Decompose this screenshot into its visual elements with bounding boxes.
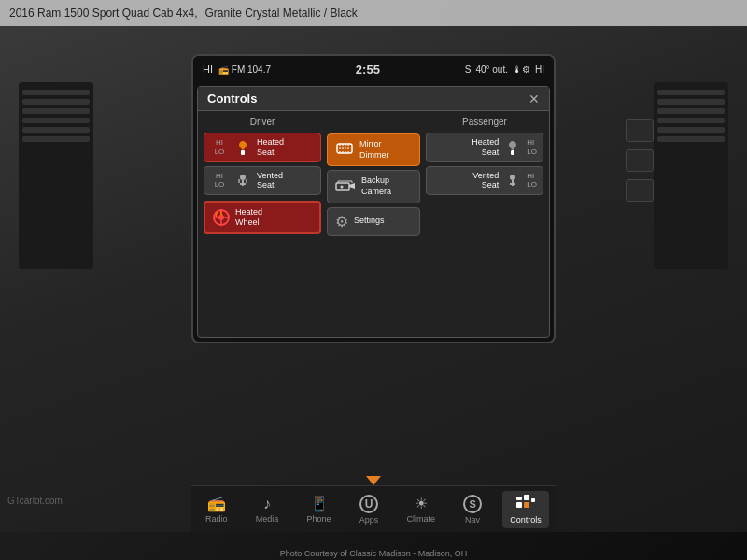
side-button[interactable] [626, 179, 654, 202]
nav-nav-label: Nav [465, 515, 480, 525]
hi-lo-driver-heated: HI LO [210, 138, 229, 156]
nav-climate-label: Climate [406, 514, 435, 524]
settings-icon: ⚙ [335, 213, 348, 231]
heated-wheel-icon [211, 208, 232, 227]
nav-media-label: Media [256, 514, 279, 524]
heated-seat-driver-label: Heated Seat [257, 137, 284, 158]
climate-icon: ☀ [415, 495, 428, 512]
side-button[interactable] [626, 119, 654, 142]
backup-camera-button[interactable]: Backup Camera [327, 170, 420, 203]
vent-slot [657, 99, 725, 105]
middle-column: Mirror Dimmer [327, 117, 420, 326]
mirror-dimmer-button[interactable]: Mirror Dimmer [327, 133, 420, 166]
dashboard: HI 📻 FM 104.7 2:55 S 40° out. 🌡⚙ HI [0, 26, 747, 532]
vented-seat-passenger-button[interactable]: Vented Seat HI [426, 166, 543, 196]
svg-rect-26 [516, 497, 522, 500]
vent-slot [657, 136, 725, 142]
nav-bar: 📻 Radio ♪ Media 📱 Phone U Apps ☀ Climate… [191, 485, 556, 532]
vented-seat-driver-label: Vented Seat [257, 171, 283, 191]
controls-title: Controls [207, 91, 257, 105]
nav-item-phone[interactable]: 📱 Phone [300, 491, 339, 527]
nav-icon-s: S [463, 495, 482, 513]
vented-seat-passenger-label: Vented Seat [472, 171, 499, 191]
vented-seat-driver-button[interactable]: HI LO [204, 166, 321, 196]
controls-body: Driver HI LO [198, 111, 549, 331]
side-button[interactable] [626, 149, 654, 172]
heated-seat-passenger-button[interactable]: Heated Seat HI LO [426, 133, 543, 162]
vent-slot [657, 108, 725, 114]
vehicle-color: Granite Crystal Metallic / Black [204, 7, 357, 20]
status-temp: 40° out. [475, 64, 508, 75]
vent-slot [22, 136, 90, 142]
nav-item-media[interactable]: ♪ Media [248, 492, 287, 527]
svg-rect-0 [241, 150, 245, 155]
nav-item-climate[interactable]: ☀ Climate [399, 491, 443, 527]
backup-camera-icon [335, 179, 356, 195]
svg-point-1 [240, 175, 246, 180]
nav-item-radio[interactable]: 📻 Radio [198, 491, 235, 527]
controls-icon [516, 495, 535, 513]
vent-slot [657, 118, 725, 123]
photo-background: 2016 Ram 1500 Sport Quad Cab 4x4, Granit… [0, 0, 747, 560]
close-button[interactable]: ✕ [529, 92, 540, 105]
controls-header: Controls ✕ [198, 87, 549, 111]
vented-seat-passenger-icon [502, 172, 523, 189]
nav-item-apps[interactable]: U Apps [352, 491, 387, 528]
mirror-dimmer-icon [335, 142, 354, 158]
vent-slot [657, 127, 725, 133]
settings-label: Settings [354, 216, 385, 227]
heated-wheel-button[interactable]: Heated Wheel [204, 201, 321, 234]
mirror-dimmer-label: Mirror Dimmer [359, 139, 389, 161]
heated-seat-passenger-label: Heated Seat [472, 137, 499, 158]
right-vent [654, 82, 728, 269]
backup-camera-label: Backup Camera [361, 175, 391, 197]
status-hi-label: HI [203, 63, 213, 75]
vent-slot [22, 90, 90, 95]
svg-rect-29 [524, 502, 529, 508]
nav-phone-label: Phone [307, 514, 331, 524]
status-right: S 40° out. 🌡⚙ HI [465, 64, 544, 75]
status-time: 2:55 [356, 63, 380, 77]
heated-wheel-label: Heated Wheel [235, 207, 262, 228]
hi-lo-passenger-heated: HI LO [527, 138, 537, 156]
svg-rect-28 [516, 502, 522, 508]
settings-button[interactable]: ⚙ Settings [327, 207, 420, 236]
controls-panel: Controls ✕ Driver HI LO [197, 86, 550, 338]
driver-column: Driver HI LO [204, 117, 321, 326]
status-left: HI 📻 FM 104.7 [203, 63, 271, 75]
heated-seat-driver-icon [233, 139, 253, 156]
status-bar: HI 📻 FM 104.7 2:55 S 40° out. 🌡⚙ HI [193, 56, 554, 82]
heated-seat-passenger-icon [502, 139, 523, 156]
nav-item-controls[interactable]: Controls [502, 491, 549, 528]
heated-seat-driver-button[interactable]: HI LO Heated Seat [204, 133, 321, 162]
media-icon: ♪ [263, 496, 271, 512]
photo-caption: Photo Courtesy of Classic Madison - Madi… [0, 549, 747, 558]
svg-point-18 [341, 185, 344, 188]
driver-label: Driver [204, 117, 321, 127]
vent-slot [657, 90, 725, 95]
vent-slot [22, 99, 90, 105]
nav-controls-label: Controls [510, 515, 542, 525]
nav-apps-label: Apps [359, 515, 379, 525]
nav-radio-label: Radio [205, 514, 228, 524]
apps-icon: U [359, 495, 378, 513]
hi-lo-driver-vented: HI LO [210, 172, 229, 189]
radio-frequency: 📻 FM 104.7 [218, 64, 271, 75]
status-s-label: S [465, 64, 472, 75]
watermark: GTcarlot.com [7, 496, 63, 506]
svg-point-23 [510, 175, 515, 180]
passenger-label: Passenger [426, 117, 543, 127]
vent-slot [22, 127, 90, 133]
vented-seat-driver-icon [233, 172, 253, 189]
vent-slot [22, 108, 90, 114]
left-vent [19, 82, 93, 269]
nav-item-nav[interactable]: S Nav [456, 491, 489, 528]
hi-lo-passenger-vented: HI LO [527, 172, 537, 189]
status-hi-right: HI [535, 64, 544, 75]
title-bar: 2016 Ram 1500 Sport Quad Cab 4x4, Granit… [0, 0, 747, 26]
svg-rect-30 [531, 498, 535, 502]
infotainment-screen: HI 📻 FM 104.7 2:55 S 40° out. 🌡⚙ HI [191, 54, 556, 343]
svg-rect-22 [511, 150, 514, 155]
phone-icon: 📱 [310, 495, 329, 512]
vehicle-name: 2016 Ram 1500 Sport Quad Cab 4x4, [9, 7, 197, 20]
